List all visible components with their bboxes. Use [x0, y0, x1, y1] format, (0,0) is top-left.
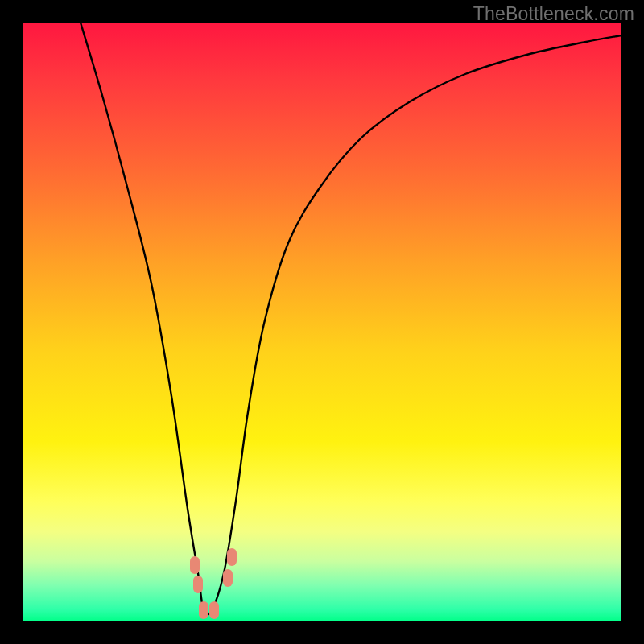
- chart-frame: TheBottleneck.com: [0, 0, 644, 644]
- bottleneck-curve: [80, 23, 621, 615]
- plot-area: [23, 23, 621, 621]
- watermark-text: TheBottleneck.com: [473, 3, 634, 25]
- left-marker-lower: [193, 576, 203, 593]
- right-marker-lower: [223, 569, 233, 587]
- bottom-marker-a: [199, 601, 208, 619]
- bottom-marker-b: [209, 601, 219, 619]
- curve-svg: [23, 23, 621, 621]
- right-marker-upper: [227, 548, 237, 566]
- left-marker-upper: [190, 556, 200, 574]
- markers-group: [190, 548, 237, 619]
